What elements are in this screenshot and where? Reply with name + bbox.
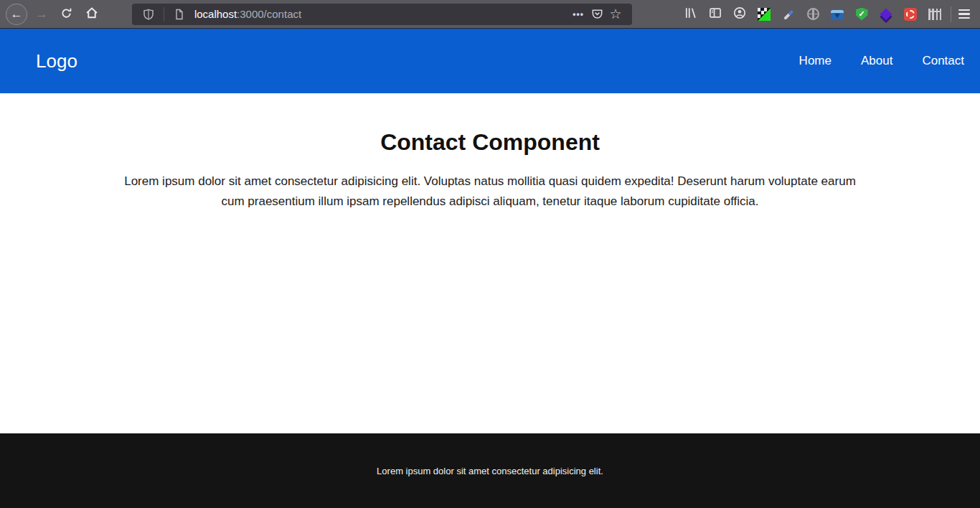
extension-pixel-grid-button[interactable] (757, 7, 771, 22)
nav-link-home[interactable]: Home (799, 54, 831, 68)
forward-button[interactable]: → (31, 4, 52, 25)
url-host: localhost (194, 8, 237, 20)
main-nav: Home About Contact (799, 54, 964, 68)
url-path: :3000/contact (237, 8, 301, 20)
home-icon (85, 6, 98, 22)
nav-link-about[interactable]: About (861, 54, 892, 68)
fence-extension-icon (928, 9, 941, 20)
extension-globe-button[interactable] (806, 7, 820, 22)
main-content: Contact Component Lorem ipsum dolor sit … (0, 93, 980, 433)
brand-logo[interactable]: Logo (36, 50, 77, 72)
browser-toolbar: ← → localhost:3000/contact ••• (0, 0, 980, 29)
home-button[interactable] (81, 4, 103, 25)
toolbar-divider (951, 6, 951, 22)
pixel-grid-extension-icon (758, 8, 771, 21)
page-paragraph: Lorem ipsum dolor sit amet consectetur a… (117, 171, 863, 212)
library-button[interactable] (684, 7, 698, 22)
extension-layers-button[interactable] (879, 7, 893, 22)
purple-layers-extension-icon (880, 8, 892, 20)
tracking-protection-shield-icon[interactable] (139, 5, 158, 24)
extension-shield-check-button[interactable]: ✓ (854, 7, 869, 22)
site-footer: Lorem ipsum dolor sit amet consectetur a… (0, 433, 980, 508)
eyedropper-extension-icon (782, 8, 795, 21)
extension-fence-button[interactable] (928, 7, 942, 22)
urlbar-divider (164, 7, 164, 22)
extension-toolbox-button[interactable] (830, 7, 844, 22)
sidebar-button[interactable] (708, 7, 722, 22)
reload-button[interactable] (56, 4, 77, 25)
bookmark-star-icon[interactable]: ☆ (606, 5, 625, 24)
extension-knot-button[interactable] (903, 7, 918, 22)
nav-link-contact[interactable]: Contact (922, 54, 964, 68)
library-icon (684, 6, 697, 22)
account-button[interactable] (732, 7, 747, 22)
back-button[interactable]: ← (6, 4, 27, 25)
check-icon: ✓ (858, 10, 864, 18)
sidebar-icon (709, 6, 722, 22)
page-info-icon[interactable] (170, 5, 189, 24)
site-header: Logo Home About Contact (0, 29, 980, 93)
extension-eyedropper-button[interactable] (781, 7, 796, 22)
menu-button[interactable] (958, 5, 974, 24)
page-actions-icon[interactable]: ••• (569, 5, 588, 24)
url-text: localhost:3000/contact (194, 8, 569, 20)
page-title: Contact Component (0, 129, 980, 156)
shield-check-extension-icon: ✓ (856, 8, 868, 21)
reload-icon (60, 7, 72, 22)
account-icon (733, 6, 746, 22)
download-toolbox-extension-icon (831, 10, 844, 20)
footer-text: Lorem ipsum dolor sit amet consectetur a… (377, 466, 603, 476)
back-icon: ← (10, 8, 22, 20)
url-bar[interactable]: localhost:3000/contact ••• ☆ (132, 4, 632, 25)
globe-extension-icon (807, 8, 819, 20)
pocket-icon[interactable] (588, 5, 606, 24)
hamburger-icon (958, 9, 970, 11)
forward-icon: → (35, 8, 47, 20)
toolbar-icons: ✓ (684, 7, 942, 22)
browser-window: ← → localhost:3000/contact ••• (0, 0, 980, 508)
red-knot-extension-icon (904, 8, 917, 21)
